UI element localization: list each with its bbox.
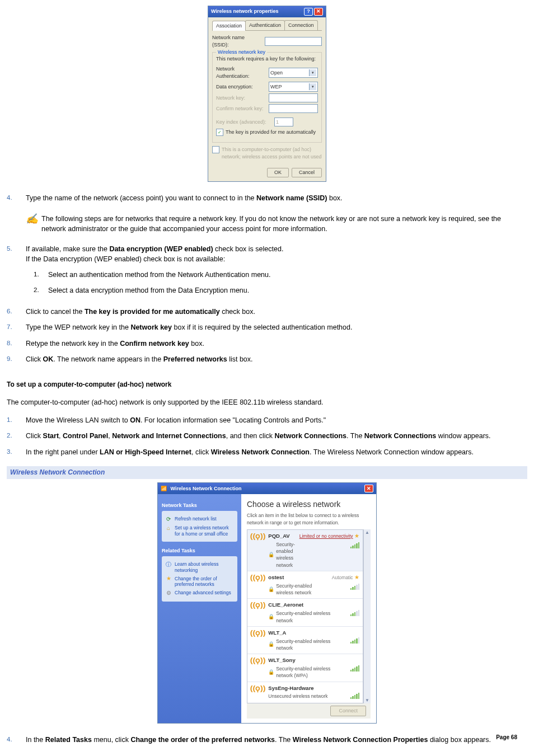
ssid-label: Network name (SSID): bbox=[212, 34, 263, 49]
signal-bars-icon bbox=[350, 637, 360, 644]
step-text: In the right panel under LAN or High-Spe… bbox=[26, 447, 527, 457]
auth-select[interactable]: Open ▾ bbox=[269, 68, 318, 78]
step-number: 1. bbox=[7, 415, 26, 425]
key-label: Network key: bbox=[216, 95, 266, 102]
chevron-down-icon: ▾ bbox=[309, 83, 316, 90]
network-item[interactable]: ((ϙ)) PQD_AV 🔒Security-enabled wireless … bbox=[247, 530, 363, 571]
network-name: ostest bbox=[268, 574, 329, 581]
auto-key-checkbox[interactable]: ✓ bbox=[216, 129, 223, 136]
scrollbar[interactable]: ▲ ▼ bbox=[363, 529, 371, 703]
task-advanced[interactable]: ⚙ Change advanced settings bbox=[165, 590, 234, 597]
scroll-down-icon[interactable]: ▼ bbox=[365, 697, 369, 704]
step-text: Move the Wireless LAN switch to ON. For … bbox=[26, 415, 527, 425]
signal-icon: ((ϙ)) bbox=[250, 532, 266, 539]
wireless-properties-dialog: Wireless network properties ? ✕ Associat… bbox=[208, 6, 326, 182]
network-item[interactable]: ((ϙ)) ostest 🔒Security-enabled wireless … bbox=[247, 571, 363, 599]
confirm-key-label: Confirm network key: bbox=[216, 105, 266, 112]
network-name: WLT_A bbox=[268, 629, 346, 637]
enc-label: Data encryption: bbox=[216, 83, 266, 91]
status-limited[interactable]: Limited or no connectivity bbox=[299, 533, 353, 539]
network-list: ((ϙ)) PQD_AV 🔒Security-enabled wireless … bbox=[247, 529, 363, 703]
key-index-spinner[interactable]: 1 bbox=[274, 118, 293, 126]
refresh-icon: ⟳ bbox=[165, 516, 172, 523]
adhoc-label: This is a computer-to-computer (ad hoc) … bbox=[222, 146, 322, 161]
star-icon: ★ bbox=[354, 574, 359, 580]
network-name: CLIE_Aeronet bbox=[268, 601, 346, 609]
auth-value: Open bbox=[270, 69, 283, 77]
page-number: Page 68 bbox=[496, 734, 517, 742]
signal-bars-icon bbox=[350, 665, 360, 672]
wnc-main: Choose a wireless network Click an item … bbox=[241, 494, 376, 723]
step-text: Type the WEP network key in the Network … bbox=[26, 322, 527, 332]
network-name: WLT_Sony bbox=[268, 656, 346, 664]
key-index-label: Key index (advanced): bbox=[216, 119, 272, 126]
adhoc-heading: To set up a computer-to-computer (ad-hoc… bbox=[7, 380, 527, 389]
step-text: Click OK. The network name appears in th… bbox=[26, 354, 527, 364]
close-icon[interactable]: ✕ bbox=[364, 485, 373, 492]
signal-bars-icon bbox=[350, 583, 360, 590]
network-name: SysEng-Hardware bbox=[268, 684, 346, 692]
wnc-sidebar: Network Tasks ⟳ Refresh network list ⌂ S… bbox=[158, 494, 241, 723]
tab-authentication[interactable]: Authentication bbox=[245, 20, 285, 30]
network-item[interactable]: ((ϙ)) WLT_Sony 🔒Security-enabled wireles… bbox=[247, 654, 363, 682]
sidebar-heading-related-tasks: Related Tasks bbox=[162, 547, 237, 555]
enc-value: WEP bbox=[270, 83, 282, 91]
step-number: 8. bbox=[7, 339, 26, 349]
ssid-input[interactable] bbox=[265, 37, 322, 46]
step-text: In the Related Tasks menu, click Change … bbox=[26, 735, 527, 745]
wnc-main-sub: Click an item in the list below to conne… bbox=[247, 512, 371, 526]
instruction-list-a2: 5. If available, make sure the Data encr… bbox=[7, 244, 527, 364]
tab-connection[interactable]: Connection bbox=[284, 20, 318, 30]
signal-bars-icon bbox=[350, 542, 360, 548]
confirm-key-input[interactable] bbox=[269, 104, 318, 113]
task-setup-network[interactable]: ⌂ Set up a wireless network for a home o… bbox=[165, 525, 234, 537]
note-text: The following steps are for networks tha… bbox=[41, 214, 527, 234]
network-item[interactable]: ((ϙ)) CLIE_Aeronet 🔒Security-enabled wir… bbox=[247, 599, 363, 626]
status-automatic: Automatic bbox=[332, 575, 353, 580]
key-input[interactable] bbox=[269, 93, 318, 102]
adhoc-checkbox[interactable] bbox=[212, 146, 219, 153]
lock-icon: 🔒 bbox=[268, 551, 274, 558]
star-icon: ★ bbox=[165, 576, 172, 583]
wnc-title-text: Wireless Network Connection bbox=[171, 486, 242, 491]
network-name: PQD_AV bbox=[268, 532, 296, 540]
setup-icon: ⌂ bbox=[165, 525, 172, 532]
info-icon: ⓘ bbox=[165, 561, 172, 568]
auto-key-label: The key is provided for me automatically bbox=[226, 129, 316, 136]
network-item[interactable]: ((ϙ)) SysEng-Hardware Unsecured wireless… bbox=[247, 682, 363, 703]
note-block: ✍ The following steps are for networks t… bbox=[26, 214, 527, 234]
connect-button[interactable]: Connect bbox=[330, 706, 366, 716]
task-refresh[interactable]: ⟳ Refresh network list bbox=[165, 516, 234, 523]
dialog-tabs: Association Authentication Connection bbox=[212, 20, 322, 31]
close-icon[interactable]: ✕ bbox=[314, 8, 323, 16]
signal-icon: ((ϙ)) bbox=[250, 656, 266, 664]
substep-number: 2. bbox=[34, 285, 48, 295]
cancel-button[interactable]: Cancel bbox=[292, 168, 322, 177]
task-change-order[interactable]: ★ Change the order of preferred networks bbox=[165, 576, 234, 588]
ok-button[interactable]: OK bbox=[267, 168, 289, 177]
lock-icon: 🔒 bbox=[268, 586, 274, 593]
figure-caption: Wireless Network Connection bbox=[7, 466, 527, 479]
step-number: 4. bbox=[7, 193, 26, 203]
step-text: Retype the network key in the Confirm ne… bbox=[26, 339, 527, 349]
enc-select[interactable]: WEP ▾ bbox=[269, 82, 318, 92]
step-number: 9. bbox=[7, 354, 26, 364]
tab-association[interactable]: Association bbox=[212, 21, 246, 31]
network-item[interactable]: ((ϙ)) WLT_A 🔒Security-enabled wireless n… bbox=[247, 627, 363, 654]
lock-icon: 🔒 bbox=[268, 669, 274, 676]
task-learn[interactable]: ⓘ Learn about wireless networking bbox=[165, 561, 234, 573]
auth-label: Network Authentication: bbox=[216, 65, 266, 80]
lock-icon: 🔒 bbox=[268, 641, 274, 648]
instruction-list-adhoc: 1. Move the Wireless LAN switch to ON. F… bbox=[7, 415, 527, 457]
help-icon[interactable]: ? bbox=[304, 8, 313, 16]
step-number: 3. bbox=[7, 447, 26, 457]
sidebar-heading-network-tasks: Network Tasks bbox=[162, 502, 237, 509]
network-security: Security-enabled wireless network bbox=[276, 541, 296, 569]
step-number: 6. bbox=[7, 307, 26, 317]
signal-icon: ((ϙ)) bbox=[250, 601, 266, 608]
step-number: 2. bbox=[7, 431, 26, 441]
scroll-up-icon[interactable]: ▲ bbox=[365, 529, 369, 536]
step-text: Click to cancel the The key is provided … bbox=[26, 307, 527, 317]
dialog-title-text: Wireless network properties bbox=[211, 8, 278, 15]
wnc-main-heading: Choose a wireless network bbox=[247, 499, 371, 510]
